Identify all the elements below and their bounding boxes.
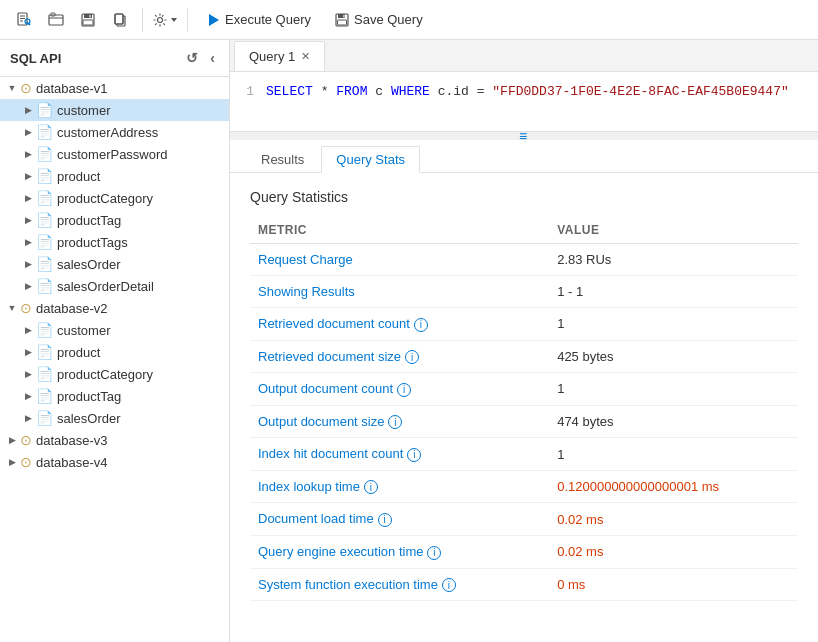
tab-results[interactable]: Results bbox=[246, 146, 319, 172]
tab-query-stats[interactable]: Query Stats bbox=[321, 146, 420, 173]
sidebar-item-productcategory-v1[interactable]: ▶ 📄 productCategory bbox=[0, 187, 229, 209]
stats-value-5: 474 bytes bbox=[549, 405, 798, 438]
collection-icon-so-v1: 📄 bbox=[36, 256, 53, 272]
query-tab-1[interactable]: Query 1 ✕ bbox=[234, 41, 325, 71]
svg-rect-18 bbox=[338, 20, 347, 25]
stats-row-7: Index lookup timei0.120000000000000001 m… bbox=[250, 470, 798, 503]
sidebar-item-database-v3[interactable]: ▶ ⊙ database-v3 bbox=[0, 429, 229, 451]
keyword-where: WHERE bbox=[391, 84, 430, 99]
database-v1-icon: ⊙ bbox=[20, 80, 32, 96]
collection-icon-prod-v2: 📄 bbox=[36, 344, 53, 360]
stats-metric-4: Output document counti bbox=[250, 373, 549, 406]
sidebar-item-database-v1[interactable]: ▼ ⊙ database-v1 bbox=[0, 77, 229, 99]
execute-query-button[interactable]: Execute Query bbox=[196, 7, 321, 32]
customer-v1-label: customer bbox=[57, 103, 110, 118]
col-metric: METRIC bbox=[250, 217, 549, 244]
expand-v2-icon: ▼ bbox=[4, 303, 20, 313]
sidebar-item-producttag-v2[interactable]: ▶ 📄 productTag bbox=[0, 385, 229, 407]
expand-pt-v1-icon: ▶ bbox=[20, 215, 36, 225]
stats-value-4: 1 bbox=[549, 373, 798, 406]
collection-icon-pt-v1: 📄 bbox=[36, 212, 53, 228]
sidebar-item-customerpassword[interactable]: ▶ 📄 customerPassword bbox=[0, 143, 229, 165]
drag-handle[interactable]: ≡ bbox=[230, 132, 818, 140]
expand-so-v2-icon: ▶ bbox=[20, 413, 36, 423]
tab-query-stats-label: Query Stats bbox=[336, 152, 405, 167]
stats-value-7: 0.120000000000000001 ms bbox=[549, 470, 798, 503]
sidebar-item-product-v2[interactable]: ▶ 📄 product bbox=[0, 341, 229, 363]
svg-marker-15 bbox=[209, 14, 219, 26]
stats-value-2: 1 bbox=[549, 308, 798, 341]
stats-metric-0: Request Charge bbox=[250, 244, 549, 276]
stats-metric-3: Retrieved document sizei bbox=[250, 340, 549, 373]
sidebar-item-product-v1[interactable]: ▶ 📄 product bbox=[0, 165, 229, 187]
save-query-button[interactable]: Save Query bbox=[325, 7, 433, 32]
info-icon-7[interactable]: i bbox=[364, 480, 378, 494]
collapse-icon[interactable]: ‹ bbox=[206, 48, 219, 68]
expand-sod-v1-icon: ▶ bbox=[20, 281, 36, 291]
salesorder-v1-label: salesOrder bbox=[57, 257, 121, 272]
query-tab-1-label: Query 1 bbox=[249, 49, 295, 64]
sidebar-item-customeraddress[interactable]: ▶ 📄 customerAddress bbox=[0, 121, 229, 143]
close-tab-1[interactable]: ✕ bbox=[301, 50, 310, 63]
info-icon-5[interactable]: i bbox=[388, 415, 402, 429]
stats-row-5: Output document sizei474 bytes bbox=[250, 405, 798, 438]
collection-icon-pc-v1: 📄 bbox=[36, 190, 53, 206]
customer-v2-label: customer bbox=[57, 323, 110, 338]
stats-metric-9: Query engine execution timei bbox=[250, 535, 549, 568]
database-v4-label: database-v4 bbox=[36, 455, 108, 470]
collection-icon-customer-v1: 📄 bbox=[36, 102, 53, 118]
expand-prod-v2-icon: ▶ bbox=[20, 347, 36, 357]
main-layout: SQL API ↺ ‹ ▼ ⊙ database-v1 ▶ 📄 customer… bbox=[0, 40, 818, 642]
sidebar: SQL API ↺ ‹ ▼ ⊙ database-v1 ▶ 📄 customer… bbox=[0, 40, 230, 642]
sidebar-item-salesorder-v2[interactable]: ▶ 📄 salesOrder bbox=[0, 407, 229, 429]
stats-metric-1: Showing Results bbox=[250, 276, 549, 308]
collection-icon-pt-v2: 📄 bbox=[36, 388, 53, 404]
stats-row-8: Document load timei0.02 ms bbox=[250, 503, 798, 536]
stats-metric-6: Index hit document counti bbox=[250, 438, 549, 471]
info-icon-9[interactable]: i bbox=[427, 546, 441, 560]
sidebar-header: SQL API ↺ ‹ bbox=[0, 40, 229, 77]
database-v3-icon: ⊙ bbox=[20, 432, 32, 448]
svg-rect-12 bbox=[115, 14, 123, 24]
string-value: "FFD0DD37-1F0E-4E2E-8FAC-EAF45B0E9447" bbox=[492, 84, 788, 99]
refresh-icon[interactable]: ↺ bbox=[182, 48, 202, 68]
save-icon[interactable] bbox=[74, 6, 102, 34]
stats-value-8: 0.02 ms bbox=[549, 503, 798, 536]
sidebar-item-salesorderdetail-v1[interactable]: ▶ 📄 salesOrderDetail bbox=[0, 275, 229, 297]
info-icon-8[interactable]: i bbox=[378, 513, 392, 527]
info-icon-6[interactable]: i bbox=[407, 448, 421, 462]
sidebar-item-customer-v2[interactable]: ▶ 📄 customer bbox=[0, 319, 229, 341]
tab-results-label: Results bbox=[261, 152, 304, 167]
divider-1 bbox=[142, 8, 143, 32]
copy-icon[interactable] bbox=[106, 6, 134, 34]
sidebar-item-database-v4[interactable]: ▶ ⊙ database-v4 bbox=[0, 451, 229, 473]
new-document-icon[interactable] bbox=[10, 6, 38, 34]
sidebar-item-producttag-v1[interactable]: ▶ 📄 productTag bbox=[0, 209, 229, 231]
sidebar-item-productcategory-v2[interactable]: ▶ 📄 productCategory bbox=[0, 363, 229, 385]
svg-rect-5 bbox=[49, 15, 63, 25]
stats-row-10: System function execution timei0 ms bbox=[250, 568, 798, 601]
info-icon-10[interactable]: i bbox=[442, 578, 456, 592]
info-icon-4[interactable]: i bbox=[397, 383, 411, 397]
settings-icon[interactable] bbox=[151, 6, 179, 34]
open-icon[interactable] bbox=[42, 6, 70, 34]
stats-value-3: 425 bytes bbox=[549, 340, 798, 373]
sidebar-item-salesorder-v1[interactable]: ▶ 📄 salesOrder bbox=[0, 253, 229, 275]
expand-so-v1-icon: ▶ bbox=[20, 259, 36, 269]
stats-value-6: 1 bbox=[549, 438, 798, 471]
keyword-from: FROM bbox=[336, 84, 367, 99]
info-icon-2[interactable]: i bbox=[414, 318, 428, 332]
database-v2-icon: ⊙ bbox=[20, 300, 32, 316]
stats-row-3: Retrieved document sizei425 bytes bbox=[250, 340, 798, 373]
sidebar-item-database-v2[interactable]: ▼ ⊙ database-v2 bbox=[0, 297, 229, 319]
stats-metric-8: Document load timei bbox=[250, 503, 549, 536]
productcategory-v2-label: productCategory bbox=[57, 367, 153, 382]
info-icon-3[interactable]: i bbox=[405, 350, 419, 364]
stats-value-9: 0.02 ms bbox=[549, 535, 798, 568]
database-v1-label: database-v1 bbox=[36, 81, 108, 96]
collection-icon-pts-v1: 📄 bbox=[36, 234, 53, 250]
sidebar-item-producttags-v1[interactable]: ▶ 📄 productTags bbox=[0, 231, 229, 253]
sidebar-item-customer-v1[interactable]: ▶ 📄 customer bbox=[0, 99, 229, 121]
results-area: Results Query Stats Query Statistics MET… bbox=[230, 140, 818, 642]
query-editor[interactable]: 1 SELECT * FROM c WHERE c.id = "FFD0DD37… bbox=[230, 72, 818, 132]
